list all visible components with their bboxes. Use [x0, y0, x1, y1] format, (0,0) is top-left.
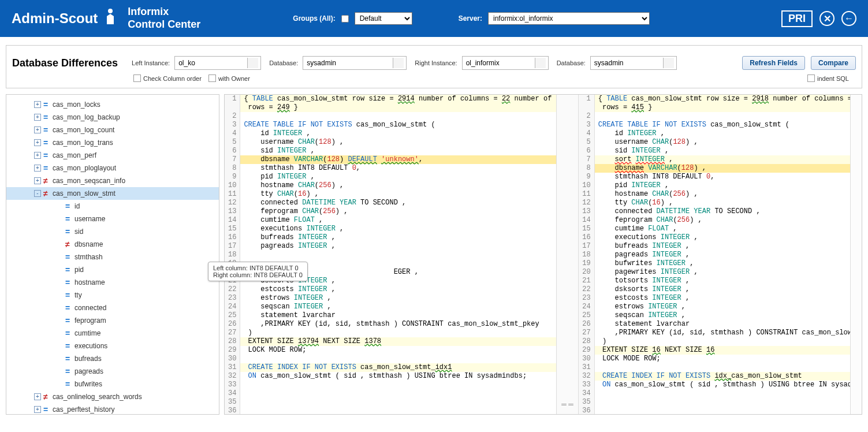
code-line[interactable]: statement lvarchar — [240, 311, 556, 320]
code-line[interactable]: seqscan INTEGER , — [595, 311, 850, 320]
code-line[interactable]: rows = 415 } — [595, 103, 850, 112]
code-line[interactable]: tty CHAR(16) , — [240, 190, 556, 199]
code-line[interactable]: pagreads INTEGER , — [240, 242, 556, 251]
refresh-fields-button[interactable]: Refresh Fields — [742, 56, 805, 70]
server-select[interactable]: informix:ol_informix — [488, 12, 650, 25]
left-instance-combo[interactable]: ol_ko — [174, 56, 261, 70]
tree-item[interactable]: = username — [6, 213, 219, 225]
code-line[interactable]: pid INTEGER , — [595, 181, 850, 190]
code-line[interactable]: id INTEGER , — [595, 129, 850, 138]
code-line[interactable] — [240, 407, 556, 414]
code-line[interactable]: CREATE TABLE IF NOT EXISTS cas_mon_slow_… — [595, 121, 850, 129]
tree-expander-icon[interactable]: + — [34, 126, 41, 133]
tree-item[interactable]: = pid — [6, 263, 219, 276]
code-line[interactable]: ON cas_mon_slow_stmt ( sid , stmthash ) … — [595, 381, 850, 389]
tree-item[interactable]: = connected — [6, 301, 219, 314]
tree-item[interactable]: += cas_perftest_history — [6, 403, 219, 415]
code-line[interactable]: sid INTEGER , — [240, 147, 556, 155]
code-line[interactable]: bufreads INTEGER , — [240, 233, 556, 242]
indent-sql-checkbox[interactable] — [807, 75, 815, 82]
code-line[interactable] — [595, 112, 850, 121]
code-line[interactable]: totsorts INTEGER , — [595, 277, 850, 285]
code-line[interactable]: feprogram CHAR(256) , — [240, 207, 556, 216]
tree-item[interactable]: = pagreads — [6, 365, 219, 378]
code-line[interactable]: stmthash INT8 DEFAULT 0, — [595, 173, 850, 181]
code-line[interactable]: hostname CHAR(256) , — [595, 190, 850, 199]
code-line[interactable]: bufwrites INTEGER , — [595, 259, 850, 268]
groups-checkbox[interactable] — [341, 15, 349, 23]
code-line[interactable]: cumtime FLOAT , — [595, 225, 850, 233]
code-line[interactable]: executions INTEGER , — [595, 233, 850, 242]
code-line[interactable]: CREATE INDEX IF NOT EXISTS cas_mon_slow_… — [240, 363, 556, 372]
code-line[interactable]: ,PRIMARY KEY (id, sid, stmthash ) CONSTR… — [240, 320, 556, 329]
tree-item[interactable]: += cas_mon_locks — [6, 98, 219, 111]
code-line[interactable] — [240, 398, 556, 407]
left-db-combo[interactable]: sysadmin — [303, 56, 407, 70]
tree-expander-icon[interactable]: + — [34, 101, 41, 108]
code-line[interactable] — [240, 251, 556, 259]
code-line[interactable]: statement lvarchar — [595, 320, 850, 329]
tree-item[interactable]: = cumtime — [6, 327, 219, 340]
check-column-order-checkbox[interactable] — [133, 75, 141, 82]
code-right[interactable]: { TABLE cas_mon_slow_stmt row size = 291… — [595, 95, 850, 414]
code-line[interactable]: estcosts INTEGER , — [595, 294, 850, 303]
code-line[interactable]: pagewrites INTEGER , — [595, 268, 850, 277]
code-line[interactable]: sort INTEGER , — [595, 155, 850, 164]
code-left[interactable]: { TABLE cas_mon_slow_stmt row size = 291… — [240, 95, 556, 414]
code-line[interactable]: hostname CHAR(256) , — [240, 181, 556, 190]
tree-item[interactable]: = id — [6, 200, 219, 213]
tree-item[interactable]: = hostname — [6, 276, 219, 289]
code-line[interactable]: bufreads INTEGER , — [595, 242, 850, 251]
code-line[interactable]: CREATE INDEX IF NOT EXISTS idx_cas_mon_s… — [595, 372, 850, 381]
code-line[interactable] — [240, 389, 556, 398]
code-line[interactable]: stmthash INT8 DEFAULT 0, — [240, 164, 556, 173]
code-line[interactable]: seqscan INTEGER , — [240, 303, 556, 311]
tree-expander-icon[interactable]: + — [34, 406, 41, 413]
tree-item[interactable]: += cas_mon_perf — [6, 149, 219, 162]
right-db-combo[interactable]: sysadmin — [590, 56, 677, 70]
overview-strip[interactable] — [850, 95, 862, 414]
close-circle-icon[interactable]: ✕ — [819, 11, 835, 26]
code-line[interactable]: dbsname VARCHAR(128) , — [595, 164, 850, 173]
tree-expander-icon[interactable]: - — [34, 190, 41, 197]
code-line[interactable]: ON cas_mon_slow_stmt ( sid , stmthash ) … — [240, 372, 556, 381]
back-arrow-icon[interactable]: ← — [841, 11, 856, 26]
code-line[interactable] — [240, 381, 556, 389]
code-line[interactable] — [595, 363, 850, 372]
code-line[interactable]: estrows INTEGER , — [240, 294, 556, 303]
code-line[interactable]: cumtime FLOAT , — [240, 216, 556, 225]
tree-item[interactable]: = sid — [6, 225, 219, 238]
code-line[interactable]: dsksorts INTEGER , — [595, 285, 850, 294]
tree-item[interactable]: +≠ cas_mon_seqscan_info — [6, 174, 219, 187]
code-line[interactable]: estrows INTEGER , — [595, 303, 850, 311]
code-line[interactable] — [595, 398, 850, 407]
with-owner-checkbox[interactable] — [208, 75, 216, 82]
code-line[interactable]: executions INTEGER , — [240, 225, 556, 233]
tree-item[interactable]: += cas_mon_log_count — [6, 124, 219, 136]
tree-item[interactable]: += cas_mon_log_backup — [6, 111, 219, 124]
code-line[interactable]: connected DATETIME YEAR TO SECOND , — [595, 207, 850, 216]
tree-panel[interactable]: += cas_mon_locks+= cas_mon_log_backup+= … — [6, 94, 219, 415]
tree-item[interactable]: = executions — [6, 340, 219, 352]
tree-expander-icon[interactable]: + — [34, 165, 41, 172]
tree-item[interactable]: ≠ dbsname — [6, 238, 219, 251]
code-line[interactable]: LOCK MODE ROW; — [240, 346, 556, 355]
code-line[interactable]: LOCK MODE ROW; — [595, 355, 850, 363]
tree-item[interactable]: = bufreads — [6, 352, 219, 365]
code-line[interactable]: pid INTEGER , — [240, 173, 556, 181]
code-line[interactable] — [595, 389, 850, 398]
tree-expander-icon[interactable]: + — [34, 152, 41, 159]
code-line[interactable] — [240, 112, 556, 121]
code-line[interactable]: CREATE TABLE IF NOT EXISTS cas_mon_slow_… — [240, 121, 556, 129]
code-line[interactable]: pagreads INTEGER , — [595, 251, 850, 259]
code-line[interactable]: { TABLE cas_mon_slow_stmt row size = 291… — [595, 95, 850, 103]
code-line[interactable]: connected DATETIME YEAR TO SECOND , — [240, 199, 556, 207]
code-line[interactable]: username CHAR(128) , — [595, 138, 850, 147]
code-line[interactable]: ,PRIMARY KEY (id, sid, stmthash ) CONSTR… — [595, 329, 850, 337]
tree-item[interactable]: = stmthash — [6, 251, 219, 263]
code-line[interactable]: dbsname VARCHAR(128) DEFAULT 'unknown', — [240, 155, 556, 164]
code-line[interactable] — [240, 355, 556, 363]
code-line[interactable]: rows = 249 } — [240, 103, 556, 112]
compare-button[interactable]: Compare — [811, 56, 856, 70]
tree-expander-icon[interactable]: + — [34, 139, 41, 146]
